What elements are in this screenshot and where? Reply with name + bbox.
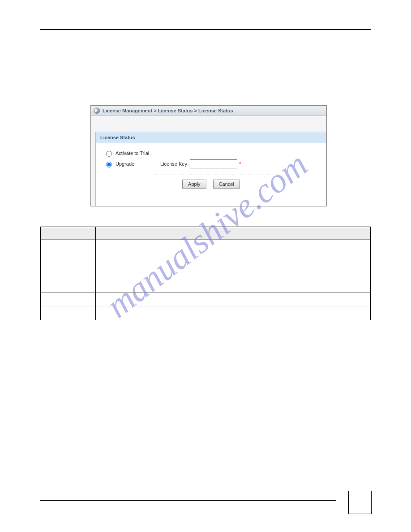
breadcrumb-text: License Management > License Status > Li… <box>103 108 233 113</box>
table-cell-desc <box>96 292 371 306</box>
table-cell-label <box>41 273 96 292</box>
table-cell-label <box>41 292 96 306</box>
required-asterisk: * <box>239 161 241 167</box>
table-cell-desc <box>96 259 371 273</box>
divider <box>149 175 283 175</box>
activate-trial-label: Activate to Trial <box>116 150 149 156</box>
table-row <box>41 240 371 259</box>
table-row <box>41 292 371 306</box>
table-row <box>41 259 371 273</box>
license-status-panel: License Management > License Status > Li… <box>90 105 327 206</box>
activate-trial-radio[interactable] <box>106 151 112 157</box>
license-form: Activate to Trial Upgrade License Key * … <box>96 143 326 192</box>
table-cell-desc <box>96 306 371 320</box>
table-cell-desc <box>96 273 371 292</box>
activate-trial-row[interactable]: Activate to Trial <box>104 150 318 157</box>
license-status-card: License Status Activate to Trial Upgrade… <box>95 132 326 206</box>
bottom-rule <box>40 500 336 501</box>
table-header-row <box>41 227 371 240</box>
arrow-circle-icon <box>94 107 100 114</box>
breadcrumb: License Management > License Status > Li… <box>91 106 326 116</box>
table-header-label <box>41 227 96 240</box>
upgrade-radio[interactable] <box>106 162 112 167</box>
cancel-button[interactable]: Cancel <box>213 180 240 189</box>
upgrade-row[interactable]: Upgrade License Key * <box>104 159 318 168</box>
table-cell-desc <box>96 240 371 259</box>
description-table <box>40 227 371 320</box>
table-header-desc <box>96 227 371 240</box>
license-key-input[interactable] <box>190 159 237 168</box>
table-row <box>41 306 371 320</box>
table-cell-label <box>41 259 96 273</box>
page-number-box <box>348 491 372 514</box>
upgrade-label: Upgrade <box>116 161 160 167</box>
table-row <box>41 273 371 292</box>
button-row: Apply Cancel <box>104 180 318 189</box>
apply-button[interactable]: Apply <box>182 180 206 189</box>
top-rule <box>40 29 371 30</box>
table-cell-label <box>41 240 96 259</box>
section-title: License Status <box>96 132 326 143</box>
license-key-label: License Key <box>160 161 187 167</box>
table-cell-label <box>41 306 96 320</box>
